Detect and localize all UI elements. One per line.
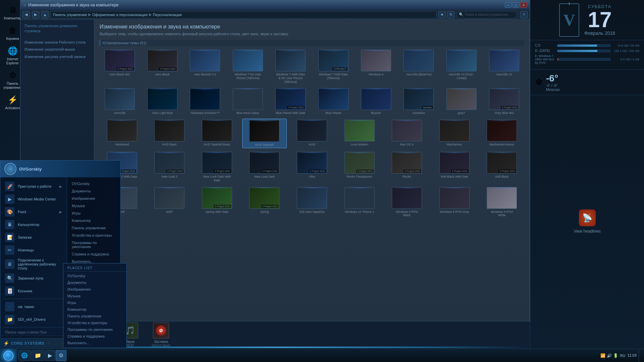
theme-item-mechanismbonus[interactable]: Mechanism-bonus bbox=[479, 119, 524, 148]
start-item-remote[interactable]: 🖥 Подключение к удалённому рабочему стол… bbox=[0, 256, 67, 272]
theme-item-mechanism[interactable]: Mechanism bbox=[432, 119, 477, 148]
start-item-see-also[interactable]: ··· см. также bbox=[0, 300, 67, 313]
start-item-sdi[interactable]: 📁 SDI_x64_Drivers bbox=[0, 313, 67, 326]
theme-item-ultra[interactable]: X Project 2010Ultra bbox=[289, 151, 334, 183]
desktop-icon-trash[interactable]: 🗑 Корзина bbox=[3, 24, 22, 42]
language-indicator[interactable]: RU bbox=[620, 354, 626, 358]
right-item-help[interactable]: Справка и поддержка bbox=[67, 250, 120, 258]
start-item-getting-started[interactable]: 🚀 Приступая к работе ▶ bbox=[0, 180, 67, 193]
theme-item-blueneonglass[interactable]: Blue Neon Glass bbox=[228, 87, 268, 116]
theme-item-aeroalfav2fontcorbel[interactable]: AeroAlfa V2 (Font - Corbel) bbox=[441, 49, 481, 84]
theme-item-softblackwithdate[interactable]: X Project 2010Soft Black With Date bbox=[432, 151, 477, 183]
theme-item-aeroblackwd[interactable]: X Project 2010Aero Black WD bbox=[100, 49, 140, 84]
headlines-label[interactable]: View headlines bbox=[574, 229, 601, 234]
theme-item-spring[interactable]: X Project 2010Spring bbox=[242, 186, 287, 219]
theme-item-hudtopshell[interactable]: HUD Topshell bbox=[242, 119, 287, 148]
refresh-button[interactable]: ↻ bbox=[447, 11, 454, 18]
breadcrumb-appearance[interactable]: Оформление и персонализация bbox=[92, 13, 148, 17]
start-item-taskbar[interactable]: Панель задач и меню Пуск bbox=[0, 329, 67, 336]
breadcrumb-personalization[interactable]: Персонализация bbox=[153, 13, 182, 17]
theme-item-windows7nouserpicturetahoma[interactable]: Windows 7 No User Picture (Tahoma) bbox=[228, 49, 268, 84]
theme-item-blueplanet[interactable]: Blue Planet bbox=[313, 87, 353, 116]
theme-item-blueplanetwithdate[interactable]: X Project 2010Blue Planet With Date bbox=[271, 87, 311, 116]
sidebar-item-account[interactable]: Изменение рисунка учетной записи bbox=[23, 53, 91, 60]
start-item-sticky[interactable]: 📝 Записки bbox=[0, 231, 67, 244]
desktop-icon-computer[interactable]: 🖥 Компьютер bbox=[3, 3, 22, 22]
taskbar-item-settings[interactable]: ⚙ bbox=[56, 350, 66, 361]
taskbar-item-ie[interactable]: 🌐 bbox=[18, 350, 31, 361]
right-item-computer[interactable]: Компьютер bbox=[67, 217, 120, 224]
places-item-7[interactable]: Устройства и принтеры bbox=[63, 319, 126, 326]
start-item-magnifier[interactable]: 🔍 Экранная лупа bbox=[0, 272, 67, 285]
theme-item-newlook2[interactable]: X Project 2010New Look 2 bbox=[147, 151, 192, 183]
theme-item-windows8rtmwhite[interactable]: Windows 8 RTM White bbox=[479, 186, 524, 219]
taskbar-item-explorer[interactable]: 📁 bbox=[32, 350, 44, 361]
theme-item-rockstransparent[interactable]: X Project 2010Rocks Transparent bbox=[337, 151, 382, 183]
desktop-icon-activators[interactable]: ⚡ Activators bbox=[3, 93, 22, 112]
desktop-icon-control-panel[interactable]: ⚙ Панель управления bbox=[3, 69, 22, 91]
theme-item-springwithdata[interactable]: X Project 2010Spring With Data bbox=[195, 186, 239, 219]
minimize-button[interactable]: ─ bbox=[505, 2, 512, 8]
theme-item-newlookdarkwithdate[interactable]: X Project 2010New Look Dark With Date bbox=[195, 151, 239, 183]
theme-item-aeroalfav2[interactable]: AeroAlfa V2 bbox=[484, 49, 524, 84]
right-item-music[interactable]: Музыка bbox=[67, 202, 120, 209]
right-item-defaults[interactable]: Программы по умолчанию bbox=[67, 239, 120, 250]
theme-item-aeroalfabluefire[interactable]: AeroAlfa [BlueFire] bbox=[399, 49, 439, 84]
theme-item-windows8rtmblack[interactable]: Windows 8 RTM Black bbox=[384, 186, 429, 219]
theme-item-windows8rtmgrey[interactable]: Windows 8 RTM Grey bbox=[432, 186, 477, 219]
theme-item-windows10theme1[interactable]: Windows 10 Theme 1 bbox=[337, 186, 382, 219]
desktop-icon-ie[interactable]: 🌐 Internet Explorer bbox=[3, 44, 22, 67]
places-item-0[interactable]: OVGorskiy bbox=[63, 273, 126, 279]
show-desktop-button[interactable] bbox=[639, 350, 641, 362]
theme-item-newlookdark[interactable]: X Project 2010New Look Dark bbox=[242, 151, 287, 183]
theme-item-windows8[interactable]: Windows 8 bbox=[356, 49, 396, 84]
sidebar-item-icons[interactable]: Изменение значков Рабочего стола bbox=[23, 39, 91, 46]
places-item-9[interactable]: Справка и поддержка bbox=[63, 333, 126, 340]
start-item-media-center[interactable]: ▶ Windows Media Center bbox=[0, 193, 67, 205]
theme-item-lunamodern[interactable]: Luna Modern bbox=[337, 119, 382, 148]
places-item-1[interactable]: Документы bbox=[63, 279, 126, 286]
theme-item-hud[interactable]: HUD bbox=[289, 119, 334, 148]
maximize-button[interactable]: □ bbox=[513, 2, 519, 8]
places-item-3[interactable]: Музыка bbox=[63, 293, 126, 299]
sidebar-item-cursors[interactable]: Изменение указателей мыши bbox=[23, 46, 91, 53]
theme-item-softblack[interactable]: X Project 2010Soft Black bbox=[479, 151, 524, 183]
theme-item-windows7withdatetahoma[interactable]: X PROJECTWindows 7 With Date (Tahoma) bbox=[313, 49, 353, 84]
start-item-paint[interactable]: 🎨 Paint ▶ bbox=[0, 205, 67, 218]
right-item-control-panel[interactable]: Панель управления bbox=[67, 224, 120, 232]
right-item-devices[interactable]: Устройства и принтеры bbox=[67, 232, 120, 239]
help-button[interactable]: ? bbox=[520, 11, 528, 18]
right-item-documents[interactable]: Документы bbox=[67, 187, 120, 195]
breadcrumb-home[interactable]: Панель управления bbox=[53, 13, 87, 17]
start-item-solitaire[interactable]: 🃏 Косынка bbox=[0, 285, 67, 297]
back-button[interactable]: ◀ bbox=[22, 11, 30, 18]
theme-item-hudtopshellbasic[interactable]: HUD Topshell Basic bbox=[195, 119, 239, 148]
theme-item-soft7[interactable]: Soft7 bbox=[147, 186, 192, 219]
theme-item-hudbasic[interactable]: HUD Basic bbox=[147, 119, 192, 148]
right-item-user[interactable]: OVGorskiy bbox=[67, 180, 120, 187]
places-item-4[interactable]: Игры bbox=[63, 299, 126, 306]
places-item-10[interactable]: Выполнить... bbox=[63, 340, 126, 346]
theme-item-faceblue[interactable]: faceblueFaceblue bbox=[399, 87, 439, 116]
theme-item-rocks[interactable]: X Project 2010Rocks bbox=[384, 151, 429, 183]
theme-item-aeroalfa[interactable]: AeroAlfa bbox=[100, 87, 140, 116]
close-button[interactable]: ✕ bbox=[520, 2, 527, 8]
theme-item-subzerosapphire[interactable]: Sub Zero Sapphire bbox=[289, 186, 334, 219]
places-item-5[interactable]: Компьютер bbox=[63, 306, 126, 313]
theme-item-macosx[interactable]: Mac OS X bbox=[384, 119, 429, 148]
search-box[interactable]: 🔍 Поиск в панели управления bbox=[457, 11, 517, 18]
up-button[interactable]: ▲ bbox=[41, 11, 49, 18]
theme-item-blueish[interactable]: Blueish bbox=[356, 87, 396, 116]
theme-item-gray7[interactable]: gray7 bbox=[441, 87, 481, 116]
favorites-button[interactable]: ★ bbox=[438, 11, 446, 18]
right-item-images[interactable]: Изображения bbox=[67, 195, 120, 202]
start-item-calculator[interactable]: 🖩 Калькулятор bbox=[0, 218, 67, 231]
theme-item-hardwired[interactable]: Hardwired bbox=[100, 119, 145, 148]
theme-item-alienlightblue[interactable]: Alien Light Blue bbox=[142, 87, 182, 116]
bottom-screensaver[interactable]: ⊘ Заставка Отсутствует bbox=[152, 322, 170, 347]
theme-item-aeroblueish20[interactable]: Aero Blueish 2.0 bbox=[185, 49, 225, 84]
taskbar-item-mediaplayer[interactable]: ▶ bbox=[45, 350, 55, 361]
theme-item-aeroblack[interactable]: X Project 2010Aero Black bbox=[142, 49, 182, 84]
sidebar-home-link[interactable]: Панель управления домашняя страница bbox=[23, 22, 91, 35]
right-item-games[interactable]: Игры bbox=[67, 209, 120, 217]
